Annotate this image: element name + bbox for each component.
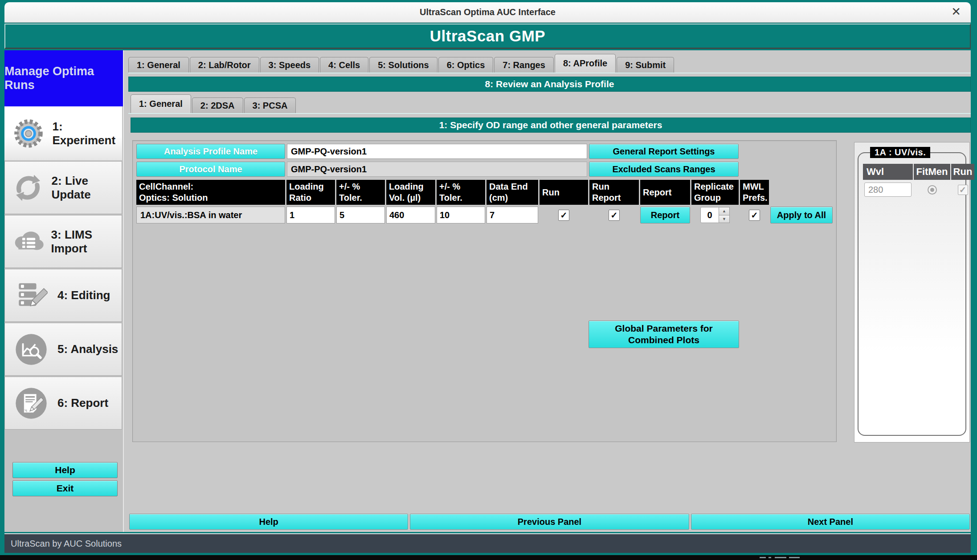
sidebar-item-label: 2: Live Update <box>52 174 122 202</box>
volume-tolerance-input[interactable] <box>437 207 485 223</box>
tab-cells[interactable]: 4: Cells <box>320 57 368 73</box>
replicate-group-stepper[interactable]: 0 ▲ ▼ <box>700 207 730 223</box>
apply-to-all-button[interactable]: Apply to All <box>770 207 833 223</box>
close-icon[interactable]: ✕ <box>951 6 961 17</box>
server-edit-icon <box>5 279 57 312</box>
sidebar-item-experiment[interactable]: 1: Experiment <box>4 106 122 160</box>
general-parameters-panel: Analysis Profile Name General Report Set… <box>132 140 837 442</box>
window-titlebar: UltraScan Optima AUC Interface ✕ <box>4 2 971 23</box>
footer-help-button[interactable]: Help <box>129 514 408 530</box>
sidebar-item-label: 5: Analysis <box>57 342 118 356</box>
excluded-scans-ranges-button[interactable]: Excluded Scans Ranges <box>589 162 739 177</box>
run-column-header: Run <box>951 164 974 180</box>
channel-table: CellChannel:Optics: Solution LoadingRati… <box>136 180 833 223</box>
protocol-name-label[interactable]: Protocol Name <box>136 162 285 177</box>
status-text: UltraScan by AUC Solutions <box>11 539 122 549</box>
loading-ratio-input[interactable] <box>286 207 335 223</box>
ratio-tolerance-input[interactable] <box>336 207 385 223</box>
sidebar: Manage Optima Runs 1: Experiment <box>4 50 124 532</box>
report-button[interactable]: Report <box>640 207 690 223</box>
protocol-name-field <box>287 162 587 177</box>
sidebar-header-text: Manage Optima Runs <box>4 65 123 92</box>
sidebar-item-analysis[interactable]: 5: Analysis <box>4 323 122 376</box>
sidebar-help-button[interactable]: Help <box>12 462 118 478</box>
tab-optics[interactable]: 6: Optics <box>438 57 494 73</box>
sidebar-header: Manage Optima Runs <box>4 50 123 106</box>
col-header-loading-volume: LoadingVol. (µl) <box>386 180 435 205</box>
col-header-cellchannel: CellChannel:Optics: Solution <box>136 180 285 205</box>
tab-submit[interactable]: 9: Submit <box>617 57 674 73</box>
sync-icon <box>5 172 52 204</box>
panel-title: 8: Review an Analysis Profile <box>485 79 614 89</box>
taskbar-strip <box>0 555 977 560</box>
spin-up-icon[interactable]: ▲ <box>719 207 730 215</box>
tab-general[interactable]: 1: General <box>128 57 189 73</box>
general-report-settings-button[interactable]: General Report Settings <box>589 144 739 159</box>
fitmen-column-header: FitMen <box>914 164 950 180</box>
channel-wavelength-panel: 1A : UV/vis. Wvl FitMen Run ✓ <box>854 142 970 442</box>
subtab-pcsa[interactable]: 3: PCSA <box>244 97 296 113</box>
col-header-mwl-prefs: MWLPrefs. <box>740 180 769 205</box>
replicate-group-value: 0 <box>700 207 719 223</box>
subtab-pane-edge <box>128 113 971 114</box>
col-header-data-end: Data End(cm) <box>486 180 538 205</box>
tab-solutions[interactable]: 5: Solutions <box>369 57 437 73</box>
col-header-volume-tolerance: +/- %Toler. <box>437 180 485 205</box>
global-parameters-button[interactable]: Global Parameters for Combined Plots <box>589 321 739 348</box>
sub-tabbar: 1: General 2: 2DSA 3: PCSA <box>131 92 971 113</box>
run-checkbox[interactable]: ✓ <box>558 210 569 221</box>
section-title: 1: Specify OD range and other general pa… <box>439 120 662 130</box>
panel-title-banner: 8: Review an Analysis Profile <box>128 77 971 92</box>
col-header-ratio-tolerance: +/- %Toler. <box>336 180 385 205</box>
analysis-profile-name-input[interactable] <box>287 144 587 159</box>
tab-pane-edge <box>128 73 971 73</box>
subtab-2dsa[interactable]: 2: 2DSA <box>192 97 243 113</box>
section-title-banner: 1: Specify OD range and other general pa… <box>131 118 971 133</box>
sidebar-item-label: 6: Report <box>57 396 108 410</box>
tab-aprofile[interactable]: 8: AProfile <box>555 54 616 73</box>
channel-groupbox: 1A : UV/vis. Wvl FitMen Run ✓ <box>858 152 966 436</box>
main-tabbar: 1: General 2: Lab/Rotor 3: Speeds 4: Cel… <box>128 50 971 73</box>
loading-volume-input[interactable] <box>386 207 435 223</box>
sidebar-item-label: 3: LIMS Import <box>51 228 122 256</box>
col-header-run-report: RunReport <box>589 180 639 205</box>
tab-lab-rotor[interactable]: 2: Lab/Rotor <box>190 57 259 73</box>
sidebar-item-label: 1: Experiment <box>52 120 122 147</box>
mwl-prefs-checkbox[interactable]: ✓ <box>749 210 760 221</box>
app-window: UltraScan Optima AUC Interface ✕ UltraSc… <box>0 0 977 555</box>
sidebar-item-live-update[interactable]: 2: Live Update <box>4 161 122 214</box>
window-title: UltraScan Optima AUC Interface <box>420 7 556 17</box>
main-panel: 1: General 2: Lab/Rotor 3: Speeds 4: Cel… <box>124 50 971 532</box>
wvl-column-header: Wvl <box>863 164 913 180</box>
tab-speeds[interactable]: 3: Speeds <box>260 57 319 73</box>
gear-icon <box>4 117 52 150</box>
tab-ranges[interactable]: 7: Ranges <box>494 57 554 73</box>
cloud-icon <box>5 224 51 259</box>
run-report-checkbox[interactable]: ✓ <box>609 210 620 221</box>
wavelength-input <box>864 183 912 197</box>
run-wavelength-checkbox: ✓ <box>958 185 968 195</box>
data-end-input[interactable] <box>486 207 538 223</box>
sidebar-item-lims-import[interactable]: 3: LIMS Import <box>4 215 122 268</box>
col-header-loading-ratio: LoadingRatio <box>286 180 335 205</box>
col-header-apply <box>770 180 833 205</box>
fitmen-radio <box>928 185 937 195</box>
col-header-report: Report <box>640 180 690 205</box>
next-panel-button[interactable]: Next Panel <box>691 514 970 530</box>
app-banner: UltraScan GMP <box>4 24 971 49</box>
analysis-profile-name-label[interactable]: Analysis Profile Name <box>136 144 285 159</box>
col-header-replicate-group: ReplicateGroup <box>691 180 739 205</box>
app-banner-text: UltraScan GMP <box>430 27 545 45</box>
subtab-general[interactable]: 1: General <box>131 94 191 113</box>
sidebar-item-report[interactable]: 6: Report <box>4 377 122 430</box>
report-document-icon <box>5 387 57 420</box>
sidebar-item-label: 4: Editing <box>57 288 110 302</box>
spin-down-icon[interactable]: ▼ <box>719 215 730 223</box>
chart-magnifier-icon <box>5 333 57 366</box>
col-header-run: Run <box>540 180 588 205</box>
content-area: Analysis Profile Name General Report Set… <box>128 133 971 510</box>
previous-panel-button[interactable]: Previous Panel <box>410 514 689 530</box>
sidebar-exit-button[interactable]: Exit <box>12 480 118 496</box>
footer-buttonbar: Help Previous Panel Next Panel <box>129 514 970 530</box>
sidebar-item-editing[interactable]: 4: Editing <box>4 269 122 322</box>
